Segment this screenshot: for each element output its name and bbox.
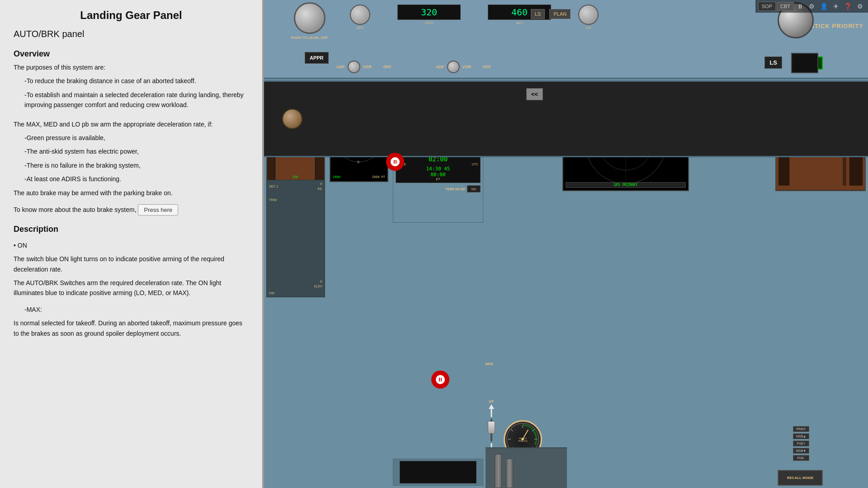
et-label: ET	[398, 178, 478, 181]
annotation-2	[431, 371, 449, 389]
overview-para6: -The anti-skid system has electric power…	[24, 146, 249, 156]
svg-marker-12	[489, 404, 494, 409]
cbt-button[interactable]: CBT	[777, 2, 794, 11]
overview-para9: The auto brake may be armed with the par…	[14, 188, 249, 198]
overview-para7: -There is no failure in the braking syst…	[24, 160, 249, 170]
overview-para1: The purposes of this system are:	[14, 62, 249, 72]
settings-icon[interactable]: ⚙	[807, 2, 817, 11]
airplane-icon[interactable]: ✈	[831, 2, 841, 11]
cockpit-back-button[interactable]: <<	[526, 88, 543, 100]
overview-para3: -To establish and maintain a selected de…	[24, 90, 249, 110]
recall-mode-btn[interactable]: RECALL MODE	[778, 470, 823, 486]
gps-primary-label: GPS PRIMARY	[566, 182, 686, 188]
vor1-label: VOR	[363, 65, 372, 69]
press-here-button[interactable]: Press here	[138, 204, 178, 216]
bottom-display-panel	[393, 459, 483, 486]
adf1-label: ADF	[336, 65, 345, 69]
pge-minus-btn[interactable]: PGE-	[793, 455, 809, 461]
max-label: -MAX:	[24, 305, 249, 314]
vor2-label: VOR	[462, 65, 472, 69]
press-label: PRESS	[518, 440, 527, 442]
svg-text:S: S	[357, 160, 359, 164]
msb-down-btn[interactable]: MSB▼	[793, 448, 809, 454]
on-label: • ON	[14, 240, 249, 250]
overview-para4: The MAX, MED and LO pb sw arm the approp…	[14, 119, 249, 129]
on-para1: The switch blue ON light turns on to ind…	[14, 254, 249, 274]
brk-label: BRK	[486, 362, 493, 366]
overview-para8: -At least one ADIRS is functioning.	[24, 174, 249, 184]
up-gear-label: UP	[489, 399, 494, 404]
appr-button[interactable]: APPR	[305, 52, 329, 64]
top-bar: SOP CBT ⏸ ⚙ 👤 ✈ ❓ ⚙	[755, 0, 868, 13]
annotation-1	[386, 153, 404, 171]
terr-no-label: NO	[472, 188, 476, 191]
description-heading: Description	[14, 225, 249, 234]
throttle-pedestal	[486, 447, 567, 488]
svg-line-23	[511, 429, 513, 432]
panel-subtitle: AUTO/BRK panel	[14, 29, 249, 39]
cockpit-panel: SOP CBT ⏸ ⚙ 👤 ✈ ❓ ⚙ PUSH TO LEVEL OFF SP…	[264, 0, 868, 488]
help-icon[interactable]: ❓	[842, 2, 854, 11]
ls-button[interactable]: LS	[764, 56, 782, 69]
terr-on-nd-label: TERR ON ND	[445, 188, 465, 191]
overview-heading: Overview	[14, 49, 249, 59]
left-panel: Landing Gear Panel AUTO/BRK panel Overvi…	[0, 0, 262, 488]
off2-label: OFF	[483, 65, 491, 69]
sop-button[interactable]: SOP	[758, 2, 776, 11]
on-para2: The AUTO/BRK Switches arm the required d…	[14, 278, 249, 298]
page-title: Landing Gear Panel	[14, 9, 249, 22]
overview-para2: -To reduce the braking distance in case …	[24, 76, 249, 86]
utc-label: UTC	[472, 163, 478, 166]
gear-icon[interactable]: ⚙	[855, 2, 865, 11]
pge-plus-btn[interactable]: PGE+	[793, 441, 809, 446]
off1-label: OFF	[383, 65, 392, 69]
print-btn[interactable]: PRINT	[793, 426, 809, 432]
clock-time2: 14:30 45	[398, 166, 478, 172]
msb-up-btn[interactable]: MSB▲	[793, 433, 809, 439]
adf2-label: ADF	[436, 65, 444, 69]
overview-para10: To know more about the auto brake system…	[14, 204, 249, 216]
recall-mode-label: RECALL MODE	[787, 476, 814, 480]
overview-para5: -Green pressure is available,	[24, 133, 249, 143]
left-mcdu-partial: P AIL SEC 1 P ELEV GW TRIM	[266, 180, 325, 297]
person-icon[interactable]: 👤	[818, 2, 830, 11]
windshield-area	[264, 80, 868, 157]
print-buttons: PRINT MSB▲ PGE+ MSB▼ PGE-	[793, 426, 809, 461]
clock-time3: 00:00	[398, 172, 478, 178]
accu-label: ACCU	[518, 437, 527, 440]
max-para: Is normal selected for takeoff. During a…	[14, 318, 249, 338]
cockpit-background: SOP CBT ⏸ ⚙ 👤 ✈ ❓ ⚙ PUSH TO LEVEL OFF SP…	[264, 0, 868, 488]
pause-icon[interactable]: ⏸	[795, 2, 806, 11]
push-level-off-label: PUSH TO LEVEL OFF	[291, 36, 328, 40]
